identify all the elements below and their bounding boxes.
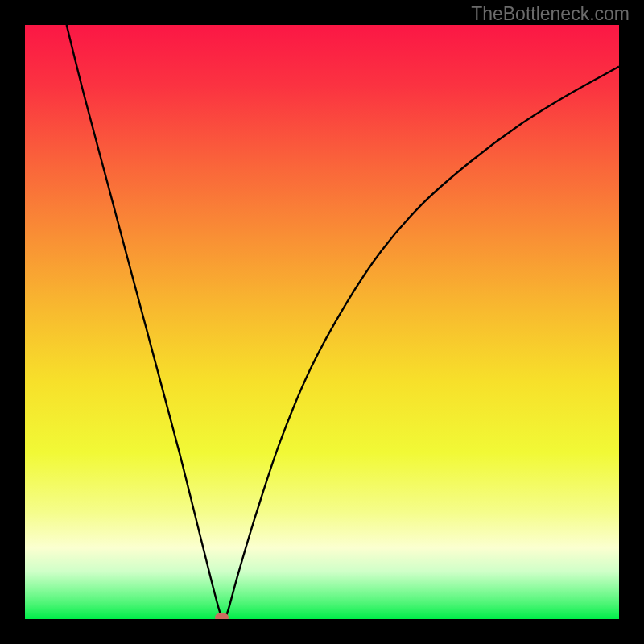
optimal-point-marker: [215, 613, 229, 619]
watermark-text: TheBottleneck.com: [471, 3, 630, 25]
bottleneck-curve: [25, 25, 619, 619]
plot-area: [25, 25, 619, 619]
chart-container: TheBottleneck.com: [0, 0, 644, 644]
